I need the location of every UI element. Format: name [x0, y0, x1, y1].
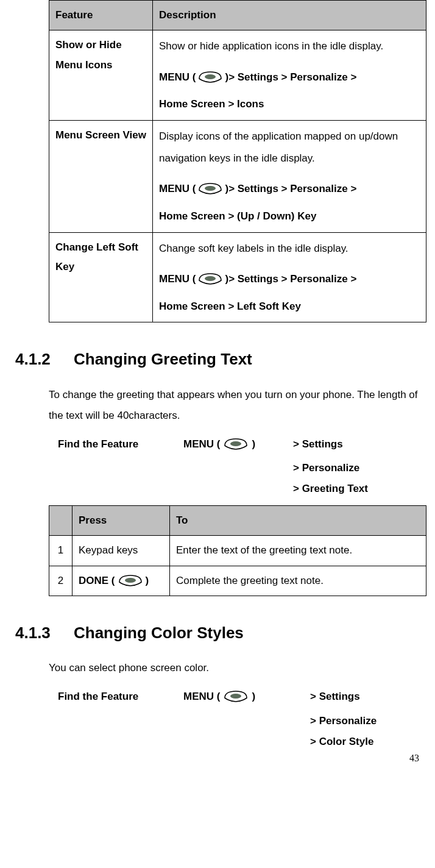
description-cell: Show or hide application icons in the id…: [153, 30, 426, 121]
svg-point-4: [125, 578, 136, 583]
svg-point-5: [230, 694, 241, 699]
description-cell: Display icons of the application mapped …: [153, 121, 426, 232]
press-cell: Keypad keys: [72, 536, 170, 566]
nav-step: > Greeting Text: [293, 478, 420, 499]
row-number: 2: [49, 566, 72, 596]
find-label: Find the Feature: [58, 435, 183, 454]
feature-cell: Menu Screen View: [49, 121, 153, 232]
nav-path: MENU () > Settings > Personalize >: [159, 268, 420, 290]
th-description: Description: [153, 1, 426, 30]
table-row: Show or Hide Menu Icons Show or hide app…: [49, 30, 426, 121]
description-cell: Change soft key labels in the idle displ…: [153, 232, 426, 322]
menu-label: MENU (: [183, 687, 220, 706]
find-menu: MENU (): [183, 687, 293, 706]
menu-close: ): [252, 687, 255, 706]
nav-path: MENU () > Settings > Personalize >: [159, 66, 420, 88]
menu-key-icon: [222, 689, 249, 704]
menu-key-icon: [197, 272, 224, 286]
menu-key-icon: [222, 437, 249, 452]
th-press: Press: [72, 505, 170, 535]
path-segment: > Settings > Personalize >: [228, 66, 356, 88]
nav-step: > Personalize: [293, 458, 420, 478]
table-row: Menu Screen View Display icons of the ap…: [49, 121, 426, 232]
path-segment: > Settings > Personalize >: [228, 268, 356, 290]
path-segment: Home Screen > Icons: [159, 93, 420, 115]
menu-label: MENU (: [159, 66, 196, 88]
section-title: Changing Color Styles: [74, 624, 244, 642]
find-label: Find the Feature: [58, 687, 183, 706]
svg-point-2: [205, 276, 216, 281]
press-cell: DONE (): [72, 566, 170, 596]
section-heading: 4.1.2Changing Greeting Text: [15, 344, 420, 374]
page-number: 43: [409, 749, 419, 767]
svg-point-3: [230, 441, 241, 446]
menu-label: MENU (: [159, 177, 196, 200]
section-paragraph: To change the greeting that appears when…: [49, 385, 420, 426]
path-segment: Home Screen > Left Soft Key: [159, 296, 420, 318]
nav-step: > Settings: [293, 435, 343, 454]
th-number: [49, 505, 72, 535]
section-title: Changing Greeting Text: [74, 350, 252, 368]
feature-cell: Change Left Soft Key: [49, 232, 153, 322]
menu-close: ): [252, 435, 255, 454]
row-number: 1: [49, 536, 72, 566]
section-paragraph: You can select phone screen color.: [49, 658, 420, 678]
press-to-table: Press To 1 Keypad keys Enter the text of…: [49, 505, 426, 596]
table-row: 2 DONE () Complete the greeting text not…: [49, 566, 426, 596]
menu-key-icon: [117, 574, 144, 588]
th-feature: Feature: [49, 1, 153, 30]
nav-steps-continued: > Personalize > Greeting Text: [293, 458, 420, 499]
table-row: Change Left Soft Key Change soft key lab…: [49, 232, 426, 322]
feature-cell: Show or Hide Menu Icons: [49, 30, 153, 121]
table-row: 1 Keypad keys Enter the text of the gree…: [49, 536, 426, 566]
path-segment: > Settings > Personalize >: [228, 177, 356, 200]
section-number: 4.1.2: [15, 344, 74, 374]
menu-key-icon: [197, 70, 224, 85]
to-cell: Complete the greeting text note.: [170, 566, 426, 596]
done-label: DONE (: [79, 571, 115, 591]
to-cell: Enter the text of the greeting text note…: [170, 536, 426, 566]
svg-point-1: [205, 186, 216, 191]
desc-text: Change soft key labels in the idle displ…: [159, 238, 420, 260]
done-close: ): [146, 571, 149, 591]
nav-step: > Personalize: [310, 711, 420, 731]
section-number: 4.1.3: [15, 618, 74, 648]
nav-steps-continued: > Personalize > Color Style: [310, 711, 420, 752]
find-feature-row: Find the Feature MENU () > Settings: [58, 687, 420, 706]
features-table: Feature Description Show or Hide Menu Ic…: [49, 0, 426, 322]
desc-text: Show or hide application icons in the id…: [159, 35, 420, 57]
svg-point-0: [205, 74, 216, 79]
nav-path: MENU () > Settings > Personalize >: [159, 177, 420, 200]
nav-step: > Settings: [310, 687, 360, 706]
menu-label: MENU (: [183, 435, 220, 454]
desc-text: Display icons of the application mapped …: [159, 126, 420, 169]
section-heading: 4.1.3Changing Color Styles: [15, 618, 420, 648]
menu-label: MENU (: [159, 268, 196, 290]
menu-key-icon: [197, 182, 224, 196]
find-feature-row: Find the Feature MENU () > Settings: [58, 435, 420, 454]
path-segment: Home Screen > (Up / Down) Key: [159, 205, 420, 227]
th-to: To: [170, 505, 426, 535]
nav-step: > Color Style: [310, 731, 420, 752]
find-menu: MENU (): [183, 435, 293, 454]
